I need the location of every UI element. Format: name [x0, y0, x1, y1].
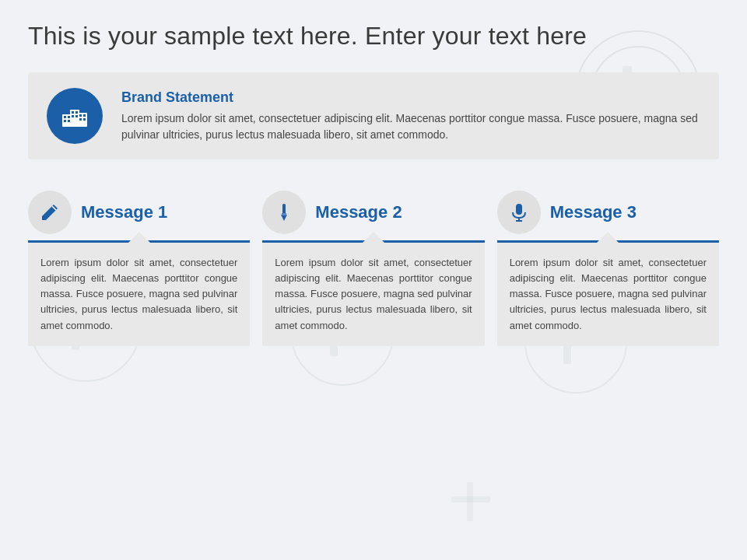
brand-text-block: Brand Statement Lorem ipsum dolor sit am… [121, 89, 700, 143]
message-1-icon-circle [28, 191, 72, 234]
svg-rect-20 [64, 116, 66, 118]
svg-rect-25 [75, 111, 78, 114]
svg-rect-31 [83, 118, 86, 121]
svg-rect-19 [78, 113, 87, 127]
svg-rect-15 [467, 482, 473, 521]
svg-rect-22 [64, 120, 66, 122]
message-2-title: Message 2 [315, 202, 402, 222]
svg-rect-21 [68, 116, 70, 118]
message-2-card: Lorem ipsum dolor sit amet, consectetuer… [262, 243, 484, 346]
svg-rect-29 [83, 114, 86, 117]
brand-statement-description: Lorem ipsum dolor sit amet, consectetuer… [121, 110, 700, 143]
svg-rect-28 [79, 114, 82, 117]
svg-rect-30 [79, 118, 82, 121]
svg-rect-32 [282, 204, 286, 215]
messages-section: Message 1 Lorem ipsum dolor sit amet, co… [28, 191, 719, 346]
svg-rect-26 [72, 115, 74, 117]
message-3-header: Message 3 [497, 191, 719, 234]
pencil-icon [38, 201, 61, 224]
microphone-icon [507, 201, 531, 224]
brand-banner: Brand Statement Lorem ipsum dolor sit am… [28, 72, 719, 159]
svg-rect-33 [282, 213, 286, 215]
svg-rect-16 [451, 496, 490, 502]
message-1-header: Message 1 [28, 191, 250, 234]
message-2-icon-circle [262, 191, 306, 234]
svg-rect-23 [68, 120, 70, 122]
message-column-3: Message 3 Lorem ipsum dolor sit amet, co… [497, 191, 719, 346]
message-3-text: Lorem ipsum dolor sit amet, consectetuer… [510, 255, 707, 334]
page-title: This is your sample text here. Enter you… [28, 22, 719, 51]
message-1-card: Lorem ipsum dolor sit amet, consectetuer… [28, 243, 250, 346]
message-3-icon-circle [497, 191, 541, 234]
message-1-title: Message 1 [81, 202, 167, 222]
svg-rect-24 [72, 111, 74, 114]
message-1-text: Lorem ipsum dolor sit amet, consectetuer… [40, 255, 237, 334]
brand-icon-circle [47, 88, 103, 144]
message-2-text: Lorem ipsum dolor sit amet, consectetuer… [275, 255, 472, 334]
svg-rect-27 [75, 115, 78, 117]
message-column-1: Message 1 Lorem ipsum dolor sit amet, co… [28, 191, 250, 346]
message-column-2: Message 2 Lorem ipsum dolor sit amet, co… [262, 191, 484, 346]
message-3-title: Message 3 [550, 202, 637, 222]
message-3-card: Lorem ipsum dolor sit amet, consectetuer… [497, 243, 719, 346]
pen-icon [272, 201, 296, 224]
building-icon [59, 100, 90, 131]
brand-statement-title: Brand Statement [121, 89, 700, 106]
svg-rect-34 [516, 204, 522, 215]
message-2-header: Message 2 [262, 191, 484, 234]
